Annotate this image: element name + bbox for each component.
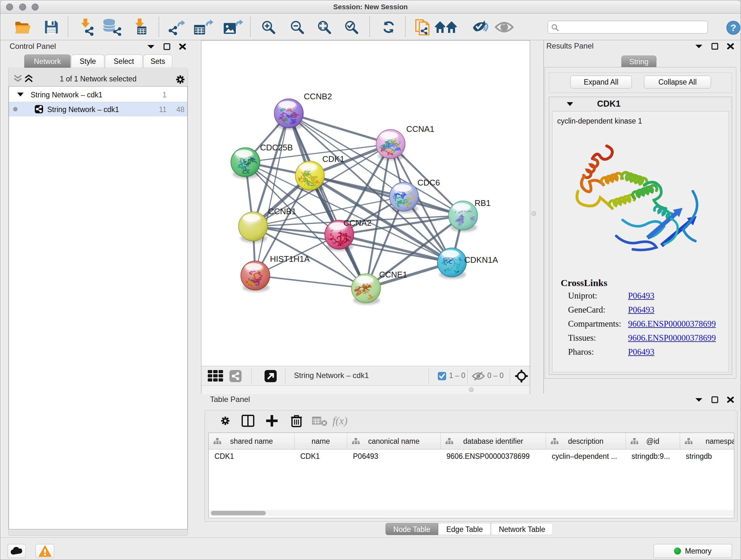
table-panel-float-icon[interactable] — [711, 396, 718, 403]
column-header-namespace[interactable]: namespace — [680, 433, 734, 449]
table-cell[interactable]: stringdb:9... — [631, 452, 670, 461]
table-horizontal-scrollbar[interactable] — [209, 510, 734, 516]
column-header-database-identifier[interactable]: database identifier — [441, 433, 546, 449]
crosslink-value-link[interactable]: P06493 — [628, 291, 655, 301]
node-CDC25B[interactable] — [231, 147, 260, 179]
node-CDKN1A[interactable] — [437, 248, 467, 279]
results-panel-menu-icon[interactable] — [695, 44, 703, 49]
first-neighbors-button[interactable] — [434, 20, 457, 34]
control-panel-menu-icon[interactable] — [147, 44, 155, 49]
table-tab-node-table[interactable]: Node Table — [386, 523, 439, 535]
table-delete-column-icon[interactable] — [291, 415, 302, 427]
scrollbar-thumb[interactable] — [211, 511, 266, 515]
export-network-button[interactable] — [168, 18, 185, 36]
table-tab-edge-table[interactable]: Edge Table — [438, 523, 491, 535]
string-network-badge-icon — [35, 105, 43, 113]
control-tab-sets[interactable]: Sets — [143, 55, 172, 68]
control-tab-style[interactable]: Style — [71, 55, 105, 68]
table-panel-close-icon[interactable] — [727, 396, 734, 403]
column-header-canonical-name[interactable]: canonical name — [347, 433, 441, 449]
clone-network-button[interactable] — [414, 18, 430, 36]
edge-CDK1-RB1[interactable] — [310, 176, 463, 215]
column-header-name[interactable]: name — [294, 433, 347, 449]
import-network-from-file-button[interactable] — [78, 18, 95, 36]
tab-string[interactable]: String — [621, 56, 657, 67]
horizontal-splitter[interactable] — [201, 386, 530, 394]
table-panel-menu-icon[interactable] — [695, 397, 703, 402]
selected-checkbox-icon[interactable] — [438, 372, 446, 380]
cloud-status-button[interactable] — [8, 544, 26, 558]
network-canvas[interactable]: CCNB2CCNA1CDC25BCDK1CDC6RB1CCNB1CCNA2CDK… — [201, 41, 530, 366]
gene-section-header[interactable]: CDK1 — [549, 97, 732, 111]
table-cell[interactable]: 9606.ENSP00000378699 — [447, 452, 530, 461]
zoom-out-button[interactable] — [290, 20, 305, 35]
table-columns-icon[interactable] — [242, 415, 254, 427]
table-settings-gear-icon[interactable] — [220, 415, 231, 426]
table-cell[interactable]: stringdb — [686, 452, 712, 461]
table-cell[interactable]: CDK1 — [214, 452, 234, 461]
edge-CCNB2-CCNA1[interactable] — [289, 113, 391, 144]
save-session-button[interactable] — [44, 20, 59, 35]
zoom-selected-button[interactable] — [344, 20, 359, 35]
table-add-column-icon[interactable] — [266, 415, 278, 427]
search-input[interactable] — [561, 21, 706, 33]
crosshair-icon[interactable] — [515, 369, 529, 383]
memory-button[interactable]: Memory — [654, 544, 732, 558]
results-panel-close-icon[interactable] — [727, 43, 734, 50]
column-header-shared-name[interactable]: shared name — [209, 433, 294, 449]
table-tab-network-table[interactable]: Network Table — [491, 523, 553, 535]
import-network-from-database-button[interactable] — [103, 18, 122, 36]
control-panel-close-icon[interactable] — [179, 43, 186, 50]
warnings-button[interactable] — [36, 544, 54, 558]
open-in-new-window-icon[interactable] — [265, 370, 277, 382]
table-cell[interactable]: CDK1 — [300, 452, 320, 461]
column-header--id[interactable]: @id — [626, 433, 680, 449]
node-CCNE1[interactable] — [351, 273, 381, 305]
import-table-from-file-button[interactable] — [132, 18, 149, 36]
hide-selected-button[interactable] — [472, 20, 490, 35]
table-cell[interactable]: cyclin–dependent ... — [552, 452, 617, 461]
crosslink-value-link[interactable]: 9606.ENSP00000378699 — [628, 319, 716, 329]
birds-eye-view-icon[interactable] — [208, 370, 224, 382]
zoom-in-button[interactable] — [261, 20, 276, 35]
control-tab-network[interactable]: Network — [24, 55, 71, 68]
export-image-button[interactable] — [224, 19, 244, 35]
collapse-all-button[interactable]: Collapse All — [644, 76, 711, 88]
edge-CCNB2-HIST1H1A[interactable] — [255, 113, 289, 275]
network-options-gear-icon[interactable] — [175, 74, 186, 85]
help-icon[interactable]: ? — [726, 20, 741, 35]
expand-all-button[interactable]: Expand All — [570, 76, 632, 88]
crosslink-value-link[interactable]: P06493 — [628, 305, 655, 315]
open-session-button[interactable] — [15, 20, 30, 34]
control-panel-float-icon[interactable] — [163, 43, 171, 50]
node-RB1[interactable] — [448, 201, 478, 232]
node-CDC6[interactable] — [389, 182, 419, 213]
results-panel-float-icon[interactable] — [711, 43, 718, 50]
show-all-button[interactable] — [495, 21, 514, 34]
collapse-triangle-icon[interactable] — [566, 102, 574, 107]
edge-HIST1H1A-CCNE1[interactable] — [255, 275, 366, 288]
crosslink-value-link[interactable]: 9606.ENSP00000378699 — [628, 333, 716, 343]
vertical-splitter-grip[interactable] — [531, 211, 536, 216]
network-tree-row[interactable]: String Network – cdk11 — [9, 87, 187, 102]
network-item-label: String Network – cdk1 — [47, 105, 119, 114]
control-tab-select[interactable]: Select — [105, 55, 143, 68]
export-table-button[interactable] — [193, 18, 214, 36]
tree-expander-icon[interactable] — [17, 92, 24, 97]
node-CCNA1[interactable] — [376, 129, 405, 161]
node-label-CCNE1: CCNE1 — [379, 270, 407, 279]
apply-layout-button[interactable] — [382, 20, 396, 34]
network-tree-row[interactable]: String Network – cdk11148 — [9, 102, 187, 116]
node-HIST1H1A[interactable] — [241, 261, 270, 292]
node-label-CCNB2: CCNB2 — [304, 91, 332, 101]
table-cell[interactable]: P06493 — [353, 452, 378, 461]
splitter-grip[interactable] — [469, 387, 474, 392]
node-CCNB2[interactable] — [274, 99, 304, 130]
node-CDK1[interactable] — [295, 161, 325, 192]
crosslink-value-link[interactable]: P06493 — [628, 347, 655, 357]
column-header-description[interactable]: description — [546, 433, 626, 449]
network-share-badge-icon[interactable] — [229, 370, 242, 382]
houses-icon — [434, 20, 457, 34]
node-CCNB1[interactable] — [239, 212, 268, 243]
zoom-fit-content-button[interactable] — [317, 20, 332, 35]
